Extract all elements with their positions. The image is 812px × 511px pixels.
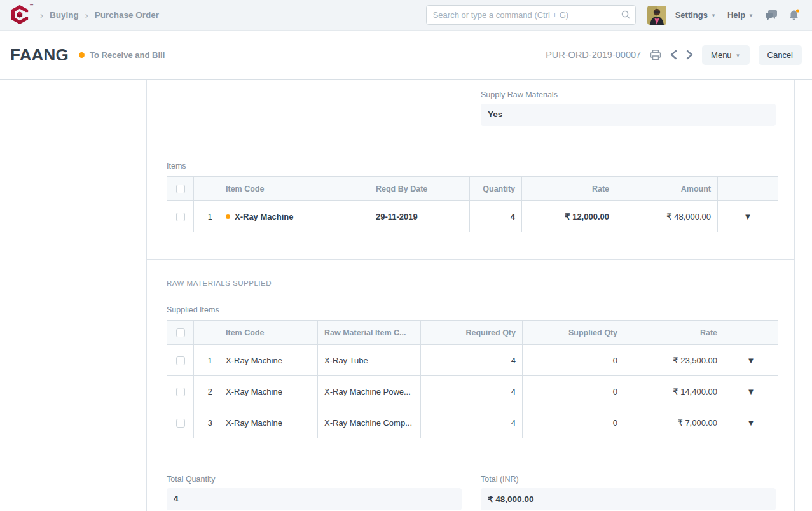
supplied-qty-cell[interactable]: 0	[523, 407, 624, 438]
row-index: 1	[194, 345, 219, 376]
select-all-checkbox[interactable]	[176, 328, 185, 337]
supplied-table-row[interactable]: 3 X-Ray Machine X-Ray Machine Comp... 4 …	[167, 407, 778, 438]
required-qty-cell[interactable]: 4	[421, 345, 523, 376]
item-code-cell[interactable]: X-Ray Machine	[219, 201, 369, 232]
next-document-button[interactable]	[686, 50, 693, 60]
items-col-rate: Rate	[522, 177, 616, 201]
rate-cell[interactable]: ₹ 12,000.00	[522, 201, 616, 232]
row-index: 3	[194, 407, 219, 438]
chevron-right-icon: ›	[40, 10, 43, 20]
section-items: Items Item Code Reqd By Date Quantity Ra…	[147, 148, 794, 260]
prev-document-button[interactable]	[670, 50, 677, 60]
row-checkbox[interactable]	[176, 356, 185, 365]
item-code-cell[interactable]: X-Ray Machine	[219, 345, 318, 376]
required-qty-cell[interactable]: 4	[421, 376, 523, 407]
row-checkbox[interactable]	[176, 419, 185, 428]
raw-materials-section-title: RAW MATERIALS SUPPLIED	[167, 260, 774, 287]
supplied-col-required-qty: Required Qty	[421, 321, 523, 345]
row-expand-button[interactable]: ▼	[718, 201, 778, 232]
amount-cell: ₹ 48,000.00	[616, 201, 718, 232]
reqd-by-date-cell[interactable]: 29-11-2019	[369, 201, 470, 232]
row-expand-button[interactable]: ▼	[724, 376, 778, 407]
page-header: FAANG To Receive and Bill PUR-ORD-2019-0…	[0, 31, 812, 80]
rate-cell[interactable]: ₹ 14,400.00	[624, 376, 724, 407]
search-icon	[621, 10, 631, 22]
rate-cell[interactable]: ₹ 23,500.00	[624, 345, 724, 376]
raw-material-cell[interactable]: X-Ray Machine Comp...	[318, 407, 421, 438]
settings-menu[interactable]: Settings ▼	[675, 10, 716, 20]
supply-raw-materials-value[interactable]: Yes	[481, 104, 776, 126]
supplied-table-row[interactable]: 2 X-Ray Machine X-Ray Machine Powe... 4 …	[167, 376, 778, 407]
help-menu[interactable]: Help ▼	[727, 10, 754, 20]
breadcrumb-purchase-order[interactable]: Purchase Order	[95, 10, 159, 20]
row-checkbox[interactable]	[176, 213, 185, 221]
user-avatar[interactable]	[647, 6, 666, 25]
supplied-qty-cell[interactable]: 0	[523, 345, 624, 376]
app-logo[interactable]: ™	[10, 4, 31, 26]
status-indicator-dot	[79, 52, 85, 58]
print-button[interactable]	[650, 50, 661, 60]
section-supply-raw-materials: Supply Raw Materials Yes	[147, 80, 794, 148]
supplied-col-actions	[724, 321, 778, 345]
chevron-right-icon	[686, 50, 693, 60]
row-index: 2	[194, 376, 219, 407]
supplied-table-row[interactable]: 1 X-Ray Machine X-Ray Tube 4 0 ₹ 23,500.…	[167, 345, 778, 376]
raw-material-cell[interactable]: X-Ray Tube	[318, 345, 421, 376]
chevron-down-icon: ▼	[711, 13, 716, 18]
item-code-text: X-Ray Machine	[235, 212, 293, 221]
menu-button[interactable]: Menu ▼	[702, 45, 749, 65]
supplied-col-raw-material: Raw Material Item C...	[318, 321, 421, 345]
chevron-down-icon: ▼	[748, 13, 754, 18]
form-layout: Supply Raw Materials Yes Items Item Code…	[0, 80, 812, 511]
page-title: FAANG	[10, 45, 69, 65]
items-col-idx	[194, 177, 219, 201]
supplied-col-item-code: Item Code	[219, 321, 318, 345]
chevron-down-icon: ▼	[747, 418, 755, 428]
rate-cell[interactable]: ₹ 7,000.00	[624, 407, 724, 438]
left-sidebar	[0, 80, 146, 511]
notification-dot	[796, 9, 799, 12]
bell-icon	[788, 9, 800, 22]
section-totals: Total Quantity 4 Total (INR) ₹ 48,000.00	[147, 459, 794, 511]
chat-icon	[765, 10, 778, 21]
raw-material-cell[interactable]: X-Ray Machine Powe...	[318, 376, 421, 407]
row-expand-button[interactable]: ▼	[724, 345, 778, 376]
item-code-cell[interactable]: X-Ray Machine	[219, 376, 318, 407]
menu-button-label: Menu	[711, 50, 732, 60]
logo-hexagon-icon	[10, 4, 30, 25]
items-col-amount: Amount	[616, 177, 718, 201]
items-col-item-code: Item Code	[219, 177, 369, 201]
chevron-right-icon: ›	[85, 10, 88, 20]
cancel-button-label: Cancel	[767, 50, 793, 60]
chat-button[interactable]	[765, 10, 778, 21]
total-inr-value: ₹ 48,000.00	[481, 488, 776, 510]
chevron-down-icon: ▼	[736, 53, 741, 59]
items-col-reqd-by-date: Reqd By Date	[369, 177, 470, 201]
notifications-button[interactable]	[788, 9, 800, 22]
supplied-header-row: Item Code Raw Material Item C... Require…	[167, 321, 778, 345]
select-all-checkbox[interactable]	[176, 185, 185, 193]
items-table-label: Items	[167, 162, 774, 171]
printer-icon	[650, 50, 661, 60]
items-table-row[interactable]: 1 X-Ray Machine 29-11-2019 4 ₹ 12,000.00…	[167, 201, 778, 232]
search-input[interactable]	[426, 5, 636, 25]
item-status-dot	[226, 214, 230, 219]
global-search	[426, 5, 636, 25]
row-expand-button[interactable]: ▼	[724, 407, 778, 438]
chevron-down-icon: ▼	[744, 212, 752, 221]
breadcrumb-buying[interactable]: Buying	[50, 10, 79, 20]
right-gutter	[795, 80, 812, 511]
top-navbar: ™ › Buying › Purchase Order Settings ▼ H	[0, 0, 812, 31]
row-checkbox[interactable]	[176, 388, 185, 396]
supplied-items-table-label: Supplied Items	[167, 305, 774, 314]
supplied-qty-cell[interactable]: 0	[523, 376, 624, 407]
required-qty-cell[interactable]: 4	[421, 407, 523, 438]
item-code-cell[interactable]: X-Ray Machine	[219, 407, 318, 438]
chevron-down-icon: ▼	[747, 356, 755, 365]
supply-raw-materials-label: Supply Raw Materials	[481, 90, 776, 99]
cancel-button[interactable]: Cancel	[759, 45, 802, 65]
total-inr-label: Total (INR)	[481, 475, 776, 484]
quantity-cell[interactable]: 4	[470, 201, 522, 232]
items-col-quantity: Quantity	[470, 177, 522, 201]
form-body: Supply Raw Materials Yes Items Item Code…	[146, 80, 795, 511]
